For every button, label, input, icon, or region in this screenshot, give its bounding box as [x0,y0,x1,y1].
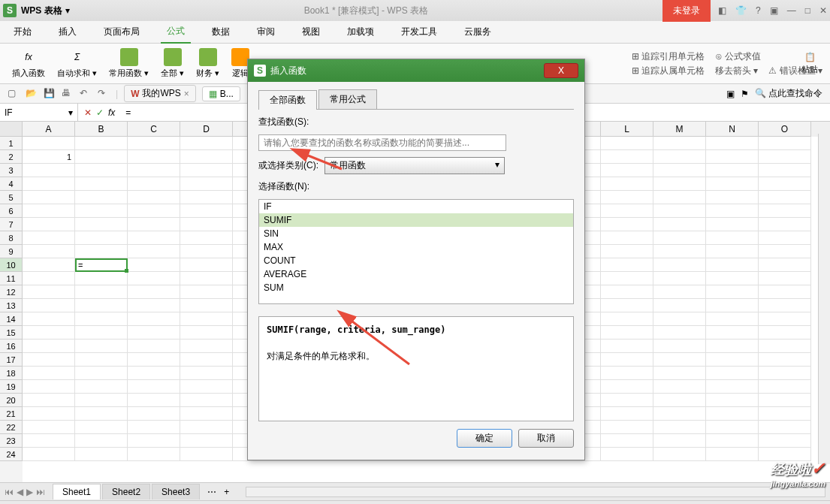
cell-M22[interactable] [653,421,706,434]
cell-O19[interactable] [759,380,811,394]
search-hint[interactable]: 🔍 点此查找命令 [755,87,822,100]
cell-B20[interactable] [75,394,128,407]
sheet-tab-Sheet3[interactable]: Sheet3 [152,484,200,499]
col-header-A[interactable]: A [23,122,75,137]
cell-M20[interactable] [653,394,706,407]
cell-C12[interactable] [128,285,180,299]
cell-N22[interactable] [706,421,759,434]
row-header-15[interactable]: 15 [0,326,23,340]
cell-D12[interactable] [180,285,233,299]
cell-M3[interactable] [653,164,706,177]
cell-M24[interactable] [653,448,706,461]
cell-O2[interactable] [759,150,811,164]
cell-A3[interactable] [23,164,75,177]
row-header-14[interactable]: 14 [0,312,23,326]
cell-L13[interactable] [601,299,653,312]
cell-O3[interactable] [759,164,811,177]
cell-O20[interactable] [759,394,811,407]
menu-页面布局[interactable]: 页面布局 [98,21,146,43]
cell-L22[interactable] [601,421,653,434]
new-icon[interactable]: ▢ [8,88,20,100]
open-icon[interactable]: 📂 [26,88,38,100]
cell-O7[interactable] [759,218,811,231]
cell-C10[interactable] [128,258,180,272]
cell-B6[interactable] [75,204,128,218]
cell-B10[interactable]: = [75,258,128,272]
search-input[interactable] [258,134,506,151]
cell-B23[interactable] [75,434,128,448]
cell-B15[interactable] [75,326,128,340]
cell-B5[interactable] [75,191,128,204]
ribbon-财务 ▾[interactable]: 财务 ▾ [192,48,224,79]
cell-C21[interactable] [128,407,180,421]
cell-A15[interactable] [23,326,75,340]
cell-M16[interactable] [653,340,706,353]
add-sheet[interactable]: + [224,487,229,497]
cell-A19[interactable] [23,380,75,394]
row-header-16[interactable]: 16 [0,340,23,353]
cell-D19[interactable] [180,380,233,394]
cell-N15[interactable] [706,326,759,340]
cell-M14[interactable] [653,312,706,326]
row-header-13[interactable]: 13 [0,299,23,312]
ribbon-自动求和 ▾[interactable]: Σ自动求和 ▾ [53,48,101,79]
cell-C4[interactable] [128,177,180,191]
cell-A20[interactable] [23,394,75,407]
cell-B19[interactable] [75,380,128,394]
col-header-L[interactable]: L [601,122,653,137]
row-header-8[interactable]: 8 [0,231,23,245]
menu-数据[interactable]: 数据 [206,21,236,43]
cell-D8[interactable] [180,231,233,245]
collapse-icon[interactable]: ▣ [726,89,735,99]
cell-M15[interactable] [653,326,706,340]
cell-A1[interactable] [23,137,75,150]
cell-B8[interactable] [75,231,128,245]
cell-C15[interactable] [128,326,180,340]
row-header-20[interactable]: 20 [0,394,23,407]
cell-O1[interactable] [759,137,811,150]
cell-L4[interactable] [601,177,653,191]
cancel-formula[interactable]: ✕ [84,107,92,118]
cell-L14[interactable] [601,312,653,326]
accept-formula[interactable]: ✓ [96,107,104,118]
row-header-4[interactable]: 4 [0,177,23,191]
row-header-2[interactable]: 2 [0,150,23,164]
menu-加载项[interactable]: 加载项 [341,21,380,43]
cell-B12[interactable] [75,285,128,299]
cell-L9[interactable] [601,245,653,258]
cell-B9[interactable] [75,245,128,258]
error-check[interactable]: ⚠ 错误检查 ▾ [768,65,822,77]
dialog-tab-0[interactable]: 全部函数 [258,90,317,110]
cell-N18[interactable] [706,367,759,380]
cell-O9[interactable] [759,245,811,258]
prev-sheet[interactable]: ◀ [17,487,23,497]
row-header-18[interactable]: 18 [0,367,23,380]
cell-C3[interactable] [128,164,180,177]
name-box[interactable]: IF ▾ [0,104,78,121]
cell-C16[interactable] [128,340,180,353]
close-icon[interactable]: ✕ [819,5,827,16]
cell-N2[interactable] [706,150,759,164]
func-item-SIN[interactable]: SIN [259,227,573,240]
cell-L23[interactable] [601,434,653,448]
cell-L7[interactable] [601,218,653,231]
cell-A2[interactable]: 1 [23,150,75,164]
restore-icon[interactable]: ▣ [770,5,778,16]
first-sheet[interactable]: ⏮ [5,487,14,497]
cell-B22[interactable] [75,421,128,434]
cell-N16[interactable] [706,340,759,353]
trace-dependents[interactable]: ⊞ 追踪从属单元格 [632,65,705,77]
cell-M8[interactable] [653,231,706,245]
redo-icon[interactable]: ↷ [98,88,110,100]
cell-A17[interactable] [23,353,75,367]
menu-视图[interactable]: 视图 [296,21,326,43]
cell-M17[interactable] [653,353,706,367]
cell-O6[interactable] [759,204,811,218]
row-header-3[interactable]: 3 [0,164,23,177]
row-header-17[interactable]: 17 [0,353,23,367]
cell-D22[interactable] [180,421,233,434]
cell-M18[interactable] [653,367,706,380]
cell-B24[interactable] [75,448,128,461]
cell-L20[interactable] [601,394,653,407]
cell-N11[interactable] [706,272,759,285]
